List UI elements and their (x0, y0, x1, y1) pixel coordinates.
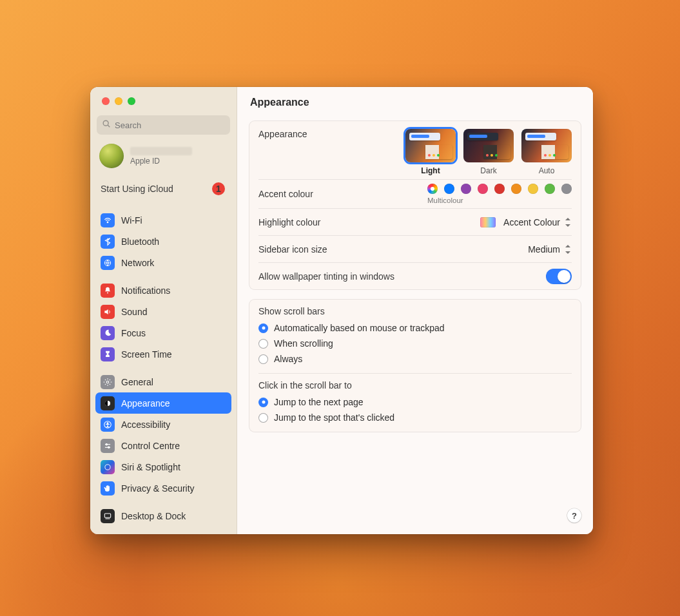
account-sub: Apple ID (130, 157, 192, 166)
window-controls (90, 87, 237, 115)
sidebar-list: Wi-Fi Bluetooth Network (90, 203, 237, 533)
appearance-card: Appearance Light (249, 120, 581, 290)
gear-icon (101, 375, 115, 389)
highlight-label: Highlight colour (258, 217, 321, 227)
sliders-icon (101, 439, 115, 453)
svg-point-8 (107, 422, 108, 423)
close-icon[interactable] (102, 97, 110, 105)
accent-caption: Multicolour (427, 197, 463, 204)
accent-red[interactable] (494, 184, 505, 194)
sidebar-icon-size-popup[interactable]: Medium (528, 244, 572, 255)
sidebar-item-sound[interactable]: Sound (95, 301, 231, 322)
scrollbars-opt-2[interactable]: Always (258, 351, 572, 367)
search-input[interactable] (115, 120, 225, 130)
account-name-redacted (130, 147, 192, 155)
main-panel: Appearance Appearance Light (237, 87, 593, 534)
sidebar-item-desktop-dock[interactable]: Desktop & Dock (95, 505, 231, 526)
icloud-badge: 1 (212, 182, 225, 195)
sidebar-item-icloud[interactable]: Start Using iCloud 1 (90, 176, 237, 203)
sidebar-item-appearance[interactable]: Appearance (95, 392, 231, 414)
wifi-icon (101, 213, 115, 227)
accent-blue[interactable] (444, 184, 454, 194)
sidebar: Apple ID Start Using iCloud 1 Wi-Fi (90, 87, 237, 534)
globe-icon (101, 256, 115, 270)
highlight-swatch-icon (480, 217, 496, 227)
appearance-option-dark[interactable]: Dark (463, 129, 514, 175)
sidebar-item-bluetooth[interactable]: Bluetooth (95, 231, 231, 252)
scrollbars-opt-0[interactable]: Automatically based on mouse or trackpad (258, 320, 572, 336)
highlight-popup[interactable]: Accent Colour (480, 217, 572, 227)
help-button[interactable]: ? (567, 508, 581, 523)
sidebar-item-accessibility[interactable]: Accessibility (95, 414, 231, 435)
sidebar-item-network[interactable]: Network (95, 252, 231, 273)
scrollclick-opt-1[interactable]: Jump to the spot that's clicked (258, 410, 572, 425)
chevron-up-down-icon (564, 245, 572, 254)
svg-point-2 (107, 222, 108, 223)
tinting-label: Allow wallpaper tinting in windows (258, 271, 394, 282)
accent-multicolour[interactable] (427, 184, 438, 194)
scroll-card: Show scroll bars Automatically based on … (249, 299, 581, 432)
sidebar-item-privacy[interactable]: Privacy & Security (95, 477, 231, 499)
hourglass-icon (101, 347, 115, 361)
search-icon (102, 119, 111, 131)
accessibility-icon (101, 418, 115, 432)
appearance-label: Appearance (258, 129, 307, 139)
accent-green[interactable] (545, 184, 555, 194)
chevron-up-down-icon (564, 218, 572, 227)
sidebar-icon-size-label: Sidebar icon size (258, 244, 327, 255)
svg-point-5 (106, 381, 109, 383)
svg-point-0 (103, 120, 108, 126)
appearance-option-auto[interactable]: Auto (521, 129, 572, 175)
appearance-icon (101, 396, 115, 410)
svg-point-4 (107, 292, 108, 293)
sidebar-item-control-centre[interactable]: Control Centre (95, 435, 231, 456)
scrollbars-title: Show scroll bars (258, 306, 572, 316)
scrollclick-title: Click in the scroll bar to (258, 380, 572, 390)
accent-label: Accent colour (258, 189, 313, 199)
accent-yellow[interactable] (528, 184, 538, 194)
dock-icon (101, 509, 115, 523)
sidebar-item-screen-time[interactable]: Screen Time (95, 343, 231, 365)
icloud-label: Start Using iCloud (101, 184, 173, 194)
sidebar-item-focus[interactable]: Focus (95, 322, 231, 343)
siri-icon (101, 460, 115, 474)
hand-icon (101, 481, 115, 496)
svg-point-12 (108, 447, 110, 448)
tinting-toggle[interactable] (546, 269, 572, 284)
accent-purple[interactable] (461, 184, 471, 194)
appearance-option-light[interactable]: Light (405, 129, 456, 175)
svg-rect-14 (104, 513, 110, 517)
zoom-icon[interactable] (128, 97, 135, 105)
scrollbars-opt-1[interactable]: When scrolling (258, 336, 572, 351)
moon-icon (101, 326, 115, 340)
accent-orange[interactable] (511, 184, 521, 194)
sidebar-item-wifi[interactable]: Wi-Fi (95, 209, 231, 231)
speaker-icon (101, 305, 115, 319)
minimize-icon[interactable] (115, 97, 122, 105)
sidebar-item-notifications[interactable]: Notifications (95, 280, 231, 301)
avatar (99, 144, 124, 168)
svg-point-11 (106, 443, 107, 445)
page-title: Appearance (237, 87, 593, 118)
apple-id-row[interactable]: Apple ID (90, 140, 237, 176)
sidebar-item-general[interactable]: General (95, 371, 231, 392)
accent-pink[interactable] (478, 184, 488, 194)
settings-window: Apple ID Start Using iCloud 1 Wi-Fi (90, 87, 593, 534)
sidebar-item-siri-spotlight[interactable]: Siri & Spotlight (95, 456, 231, 477)
scrollclick-opt-0[interactable]: Jump to the next page (258, 394, 572, 410)
search-field[interactable] (97, 115, 230, 135)
accent-grey[interactable] (561, 184, 572, 194)
svg-point-13 (105, 464, 110, 469)
bell-icon (101, 284, 115, 298)
bluetooth-icon (101, 235, 115, 249)
svg-line-1 (108, 125, 110, 127)
